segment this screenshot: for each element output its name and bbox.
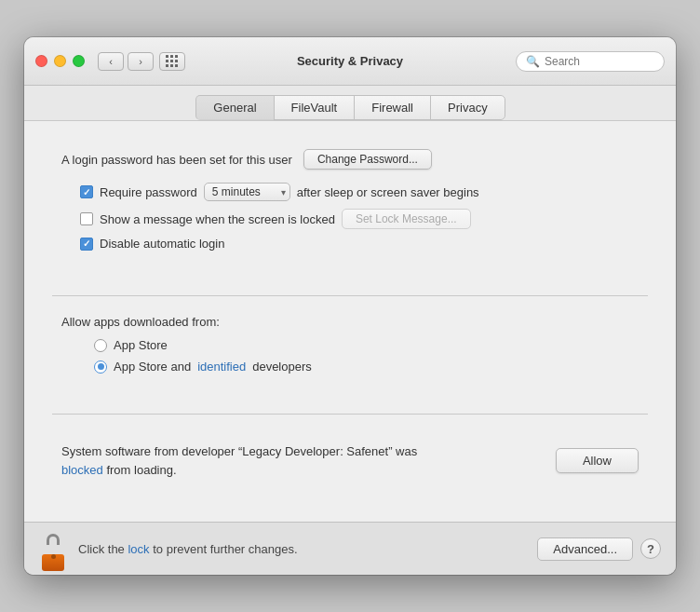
- disable-login-row: Disable automatic login: [80, 237, 648, 251]
- require-password-checkbox[interactable]: [80, 185, 93, 198]
- system-software-row: System software from developer “Legacy D…: [61, 442, 639, 479]
- help-button[interactable]: ?: [640, 538, 661, 559]
- app-store-developers-label-before: App Store and: [114, 360, 191, 374]
- system-software-section: System software from developer “Legacy D…: [52, 433, 648, 493]
- allow-apps-label: Allow apps downloaded from:: [61, 315, 648, 329]
- tab-firewall[interactable]: Firewall: [354, 95, 431, 120]
- lock-icon[interactable]: [39, 532, 67, 565]
- require-password-row: Require password 5 minutes immediately 5…: [80, 183, 648, 201]
- require-password-label: Require password: [100, 185, 197, 199]
- back-button[interactable]: ‹: [98, 52, 124, 71]
- footer-text-before: Click the: [78, 542, 128, 556]
- search-input[interactable]: [545, 55, 654, 68]
- app-store-label: App Store: [114, 338, 168, 352]
- allow-apps-section: Allow apps downloaded from: App Store Ap…: [52, 315, 648, 395]
- disable-login-label: Disable automatic login: [100, 237, 224, 251]
- system-software-text: System software from developer “Legacy D…: [61, 442, 542, 479]
- window-title: Security & Privacy: [297, 54, 403, 68]
- minimize-button[interactable]: [54, 55, 66, 67]
- app-store-radio[interactable]: [94, 339, 107, 352]
- login-section: A login password has been set for this u…: [52, 140, 648, 277]
- tab-general[interactable]: General: [195, 95, 274, 120]
- nav-buttons: ‹ ›: [98, 52, 154, 71]
- footer: Click the lock to prevent further change…: [24, 522, 676, 575]
- grid-menu-button[interactable]: [159, 52, 185, 71]
- show-message-checkbox[interactable]: [80, 212, 93, 225]
- lock-keyhole: [51, 554, 56, 559]
- password-timeout-dropdown-wrap: 5 minutes immediately 5 seconds 1 minute…: [204, 183, 290, 201]
- show-message-row: Show a message when the screen is locked…: [80, 209, 648, 229]
- identified-text: identified: [197, 360, 246, 374]
- tabs-bar: General FileVault Firewall Privacy: [24, 86, 676, 121]
- app-store-developers-label-after: developers: [252, 360, 312, 374]
- system-text-2: blocked: [61, 463, 106, 477]
- require-password-after-label: after sleep or screen saver begins: [297, 185, 479, 199]
- content-area: A login password has been set for this u…: [24, 121, 676, 522]
- tab-filevault[interactable]: FileVault: [274, 95, 356, 120]
- login-password-text: A login password has been set for this u…: [61, 153, 292, 167]
- tab-privacy[interactable]: Privacy: [430, 95, 505, 120]
- app-store-radio-row: App Store: [94, 338, 648, 352]
- footer-lock-word: lock: [128, 542, 149, 556]
- search-box[interactable]: 🔍: [516, 51, 665, 72]
- change-password-button[interactable]: Change Password...: [303, 149, 432, 170]
- footer-text-after: to prevent further changes.: [150, 542, 298, 556]
- show-message-label: Show a message when the screen is locked: [100, 212, 335, 226]
- app-store-developers-radio[interactable]: [94, 360, 107, 374]
- close-button[interactable]: [35, 55, 47, 67]
- lock-body: [42, 554, 64, 571]
- system-text-1: System software from developer “Legacy D…: [61, 444, 417, 458]
- footer-buttons: Advanced... ?: [537, 537, 661, 561]
- traffic-lights: [35, 55, 85, 67]
- search-icon: 🔍: [526, 55, 540, 68]
- password-timeout-dropdown[interactable]: 5 minutes immediately 5 seconds 1 minute…: [204, 183, 290, 201]
- grid-icon: [166, 55, 179, 68]
- lock-shackle: [47, 534, 60, 545]
- app-store-developers-radio-row: App Store and identified developers: [94, 360, 648, 374]
- advanced-button[interactable]: Advanced...: [537, 537, 633, 561]
- system-text-3: from loading.: [106, 463, 176, 477]
- allow-button[interactable]: Allow: [556, 448, 639, 473]
- set-lock-message-button[interactable]: Set Lock Message...: [342, 209, 471, 229]
- section-divider-2: [52, 414, 648, 415]
- maximize-button[interactable]: [73, 55, 85, 67]
- forward-button[interactable]: ›: [128, 52, 154, 71]
- titlebar: ‹ › Security & Privacy 🔍: [24, 37, 676, 86]
- disable-login-checkbox[interactable]: [80, 238, 93, 251]
- section-divider: [52, 295, 648, 296]
- footer-text: Click the lock to prevent further change…: [78, 542, 526, 556]
- main-window: ‹ › Security & Privacy 🔍 General FileVau…: [24, 37, 676, 575]
- login-password-row: A login password has been set for this u…: [61, 149, 648, 170]
